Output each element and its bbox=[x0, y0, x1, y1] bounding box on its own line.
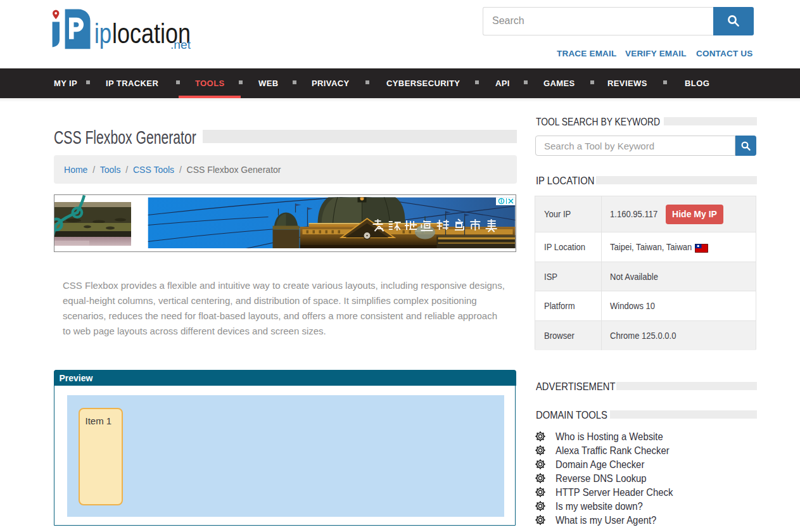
svg-text:.net: .net bbox=[170, 38, 191, 51]
svg-text:ip: ip bbox=[94, 18, 111, 49]
